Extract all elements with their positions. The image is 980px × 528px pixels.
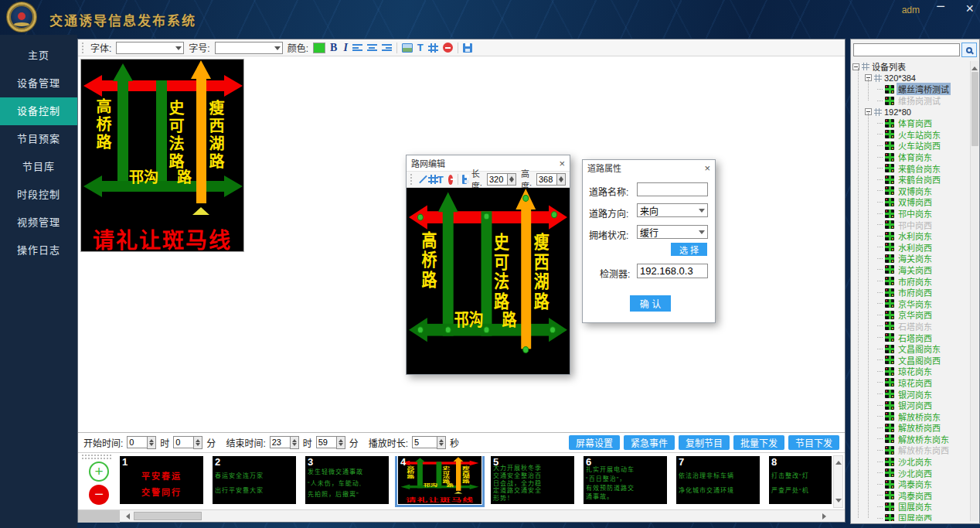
spinner-up-icon[interactable] — [292, 437, 297, 442]
close-icon[interactable]: × — [965, 2, 974, 15]
device-item[interactable]: 双博岗东 — [852, 186, 969, 197]
device-item[interactable]: 银河岗西 — [852, 400, 969, 411]
save-icon[interactable] — [462, 175, 467, 184]
road-icon[interactable] — [428, 43, 438, 53]
sidebar-item[interactable]: 操作日志 — [0, 237, 77, 264]
duration-input[interactable] — [412, 436, 437, 448]
program-thumbnail[interactable]: 2春运安全连万家出行平安靠大家 — [213, 456, 296, 504]
device-item[interactable]: 体育岗东 — [852, 152, 969, 163]
program-thumbnail[interactable]: 7依法治理非标车辆净化城市交通环境 — [676, 456, 760, 504]
align-center-icon[interactable] — [367, 43, 377, 52]
align-left-icon[interactable] — [352, 43, 362, 52]
device-item[interactable]: 国展岗西 — [852, 513, 969, 521]
device-item[interactable]: 来鹤台岗西 — [852, 174, 969, 186]
end-hour-input[interactable] — [270, 436, 290, 448]
device-item[interactable]: 银河岗东 — [852, 388, 969, 400]
font-select[interactable] — [116, 42, 184, 54]
action-button[interactable]: 批量下发 — [733, 435, 784, 450]
spinner-up-icon[interactable] — [339, 437, 343, 442]
device-item[interactable]: 市府岗西 — [852, 287, 969, 298]
spinner-up-icon[interactable] — [509, 174, 514, 179]
program-thumbnail[interactable]: 1平安春运交警同行 — [120, 456, 203, 504]
device-item[interactable]: 解放桥东岗西 — [852, 445, 969, 456]
device-item[interactable]: 体育岗西 — [852, 118, 969, 129]
prohibit-icon[interactable] — [443, 43, 453, 53]
sidebar-item[interactable]: 节目库 — [0, 153, 77, 181]
device-item[interactable]: 水利岗东 — [852, 230, 969, 242]
sidebar-item[interactable]: 设备管理 — [0, 70, 77, 97]
spinner-buttons[interactable] — [507, 173, 516, 186]
select-button[interactable]: 选 择 — [671, 243, 707, 256]
text-icon[interactable]: T — [417, 42, 424, 53]
remove-program-button[interactable]: − — [89, 485, 109, 505]
device-item[interactable]: 海关岗西 — [852, 264, 969, 276]
device-item[interactable]: 石塔岗东 — [852, 321, 969, 332]
spinner-down-icon[interactable] — [339, 443, 343, 448]
edit-handle[interactable] — [551, 211, 557, 218]
device-item[interactable]: 维扬岗测试 — [852, 95, 969, 107]
spinner-buttons[interactable] — [437, 436, 446, 449]
search-input[interactable] — [853, 43, 960, 56]
device-item[interactable]: 石塔岗西 — [852, 332, 969, 343]
device-item[interactable]: 来鹤台岗东 — [852, 162, 969, 174]
edit-handle[interactable] — [484, 326, 490, 333]
end-minute-input[interactable] — [316, 436, 336, 448]
scroll-right-icon[interactable] — [822, 513, 829, 519]
dialog-title-bar[interactable]: 路网编辑 × — [407, 155, 570, 171]
scroll-down-icon[interactable] — [835, 499, 842, 506]
spinner-buttons[interactable] — [193, 436, 202, 449]
spinner-down-icon[interactable] — [509, 179, 514, 185]
tree-root[interactable]: 设备列表 — [852, 61, 969, 73]
action-button[interactable]: 节目下发 — [788, 435, 839, 450]
spinner-buttons[interactable] — [336, 436, 345, 449]
length-input[interactable] — [487, 173, 507, 186]
program-thumbnail[interactable]: 6扎实开展电动车“百日整治”，有效预防道路交通事故。 — [584, 456, 667, 504]
edit-handle[interactable] — [550, 326, 556, 333]
device-item[interactable]: 文昌阁岗西 — [852, 354, 969, 366]
sidebar-item[interactable]: 设备控制 — [0, 97, 77, 125]
road-name-input[interactable] — [637, 182, 708, 196]
scroll-up-icon[interactable] — [971, 63, 978, 70]
close-icon[interactable]: × — [704, 163, 710, 173]
device-item[interactable]: 市府岗东 — [852, 275, 969, 287]
road-direction-select[interactable]: 来向 — [637, 203, 708, 217]
program-thumbnail[interactable]: 4 高桥路 史可法路 瘦西湖路 邗沟 路 请礼让斑马线 — [398, 456, 481, 504]
device-item[interactable]: 京华岗西 — [852, 309, 969, 321]
device-item[interactable]: 邗中岗东 — [852, 208, 969, 220]
start-minute-input[interactable] — [173, 436, 193, 448]
device-item[interactable]: 京华岗东 — [852, 298, 969, 309]
device-item[interactable]: 琼花岗西 — [852, 377, 969, 389]
device-item[interactable]: 火车站岗西 — [852, 140, 969, 152]
device-item[interactable]: 琼花岗东 — [852, 366, 969, 377]
device-item[interactable]: 解放桥岗东 — [852, 410, 969, 422]
spinner-down-icon[interactable] — [292, 443, 297, 448]
detector-input[interactable] — [637, 264, 708, 278]
italic-button[interactable]: I — [343, 42, 347, 54]
program-thumbnail[interactable]: 5大力开展秋冬季交通安全整治百日会战，全力稳定道路交通安全形势！ — [491, 456, 574, 504]
spinner-up-icon[interactable] — [439, 437, 444, 442]
spinner-down-icon[interactable] — [439, 443, 444, 448]
scroll-up-icon[interactable] — [835, 458, 842, 465]
minimize-icon[interactable]: − — [936, 0, 945, 13]
device-group-row[interactable]: 192*80 — [852, 106, 969, 118]
spinner-up-icon[interactable] — [196, 437, 200, 442]
bold-button[interactable]: B — [330, 42, 337, 54]
device-item[interactable]: 邗中岗西 — [852, 219, 969, 230]
action-button[interactable]: 复制节目 — [679, 435, 730, 450]
road-icon[interactable] — [428, 175, 433, 184]
program-thumbnail[interactable]: 8打击整改“灯严查严处“机 — [769, 456, 832, 504]
sidebar-item[interactable]: 视频管理 — [0, 209, 77, 237]
save-icon[interactable] — [463, 43, 472, 53]
spinner-buttons[interactable] — [556, 173, 566, 186]
action-button[interactable]: 屏幕设置 — [569, 435, 620, 450]
height-input[interactable] — [536, 173, 556, 186]
device-item[interactable]: 海关岗东 — [852, 253, 969, 264]
confirm-button[interactable]: 确 认 — [630, 295, 671, 312]
design-canvas[interactable]: 高桥路 史可法路 瘦西湖路 邗沟 路 请礼让斑马线 路网编辑 × T — [78, 56, 845, 432]
spinner-buttons[interactable] — [147, 436, 156, 449]
panel-scrollbar[interactable] — [970, 61, 978, 521]
scrollbar-thumb[interactable] — [971, 72, 978, 146]
image-icon[interactable] — [402, 43, 413, 53]
action-button[interactable]: 紧急事件 — [624, 435, 675, 450]
congestion-select[interactable]: 缓行 — [637, 225, 708, 239]
